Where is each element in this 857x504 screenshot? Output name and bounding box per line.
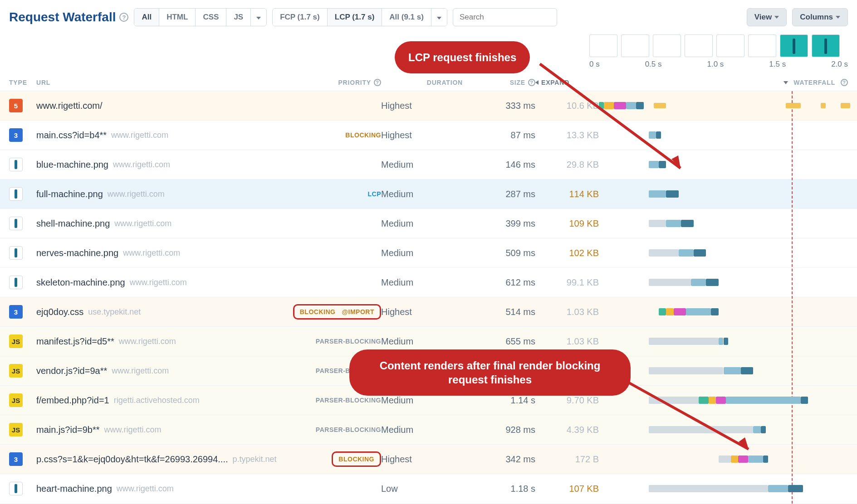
request-row[interactable]: skeleton-machine.pngwww.rigetti.comMediu… [0,268,857,297]
search-input[interactable] [453,8,557,26]
priority-value: Highest [381,130,463,141]
waterfall-cell[interactable] [599,363,848,379]
header-type[interactable]: TYPE [9,79,36,86]
url-cell: main.css?id=b4**www.rigetti.com [36,130,290,141]
bar-gap [786,103,801,108]
waterfall-cell[interactable] [599,304,848,320]
metric-all[interactable]: All (9.1 s) [382,9,431,26]
filmstrip-frame[interactable] [812,34,840,57]
chevron-down-icon [256,17,261,19]
header-size[interactable]: SIZE? [463,79,535,86]
request-row[interactable]: blue-machine.pngwww.rigetti.comMedium146… [0,150,857,179]
help-icon[interactable]: ? [119,13,128,22]
priority-value: Medium [381,248,463,258]
waterfall-cell[interactable] [599,215,848,232]
annotation-arrow [540,64,694,182]
priority-value: Highest [381,307,463,317]
filmstrip-frame[interactable] [621,34,649,57]
bar-ttfb [691,279,706,286]
waterfall-cell[interactable] [599,333,848,349]
lcp-marker-line [792,91,793,504]
priority-value: Medium [381,160,463,170]
css-icon: 3 [9,305,23,319]
bar-wait [649,279,691,286]
tag-blocking: BLOCKING [345,131,381,139]
filmstrip-frame[interactable] [748,34,776,57]
request-list: LCP request finishes Content renders aft… [0,91,857,504]
priority-value: Medium [381,277,463,288]
request-row[interactable]: 3ejq0doy.cssuse.typekit.netBLOCKING@IMPO… [0,297,857,327]
tags: PARSER-BLOCKING [316,426,381,433]
highlighted-tag-box: BLOCKING [332,451,381,467]
url-cell: full-machine.pngwww.rigetti.com [36,189,290,199]
priority-value: Medium [381,336,463,347]
url-cell: heart-machine.pngwww.rigetti.com [36,484,290,494]
request-row[interactable]: 3main.css?id=b4**www.rigetti.comBLOCKING… [0,121,857,150]
help-icon[interactable]: ? [528,79,535,86]
tag-blocking: BLOCKING [300,308,336,315]
filter-js[interactable]: JS [226,9,251,26]
tag-parser: PARSER-BLOCKING [316,397,381,404]
view-button[interactable]: View [747,8,787,26]
duration-value: 399 ms [463,218,535,229]
priority-value: Medium [381,218,463,229]
css-icon: 3 [9,128,23,142]
bar-ttfb [719,338,724,345]
duration-value: 287 ms [463,189,535,199]
size-value: 1.03 KB [535,336,599,347]
duration-value: 1.14 s [463,395,535,406]
request-row[interactable]: heart-machine.pngwww.rigetti.comLow1.18 … [0,474,857,504]
bar-dl [801,397,808,404]
filmstrip-frame[interactable] [589,34,617,57]
chevron-down-icon [836,16,840,19]
priority-value: Medium [381,395,463,406]
bar-gap [841,103,851,108]
html-icon: 5 [9,99,23,112]
img-icon [9,482,23,495]
js-icon: JS [9,393,23,407]
request-row[interactable]: shell-machine.pngwww.rigetti.comMedium39… [0,209,857,238]
request-row[interactable]: nerves-machine.pngwww.rigetti.comMedium5… [0,238,857,268]
bar-dl [788,485,803,492]
filter-css[interactable]: CSS [196,9,226,26]
metric-lcp[interactable]: LCP (1.7 s) [328,9,382,26]
header-url[interactable]: URL [36,79,290,86]
tag-import: @IMPORT [342,308,374,315]
bar-wait [649,249,679,257]
bar-dl [666,190,678,198]
priority-value: Highest [381,454,463,465]
bar-dl [711,308,718,315]
request-row[interactable]: 5www.rigetti.com/Highest333 ms10.6 KB [0,91,857,121]
tags: BLOCKING [332,451,381,467]
waterfall-cell[interactable] [599,186,848,202]
filmstrip-frame[interactable] [716,34,744,57]
img-icon [9,276,23,289]
metric-fcp[interactable]: FCP (1.7 s) [273,9,328,26]
highlighted-tag-box: BLOCKING@IMPORT [293,304,381,320]
waterfall-cell[interactable] [599,274,848,291]
columns-button[interactable]: Columns [792,8,848,26]
filter-more[interactable] [251,9,266,26]
waterfall-cell[interactable] [599,480,848,497]
url-cell: blue-machine.pngwww.rigetti.com [36,160,290,170]
help-icon[interactable]: ? [374,79,381,86]
header-duration[interactable]: DURATION [381,79,463,86]
bar-dl [694,249,706,257]
filter-all[interactable]: All [134,9,159,26]
filmstrip-frame[interactable] [780,34,808,57]
url-cell: skeleton-machine.pngwww.rigetti.com [36,277,290,288]
filter-html[interactable]: HTML [159,9,196,26]
header-priority[interactable]: PRIORITY? [290,79,381,86]
priority-value: Highest [381,101,463,111]
img-icon [9,246,23,260]
tags: LCP [368,190,382,198]
waterfall-cell[interactable] [599,245,848,261]
request-row[interactable]: full-machine.pngwww.rigetti.comLCPMedium… [0,179,857,209]
bar-wait [649,338,719,345]
css-icon: 3 [9,452,23,466]
bar-dns [659,308,666,315]
help-icon[interactable]: ? [841,79,848,86]
filmstrip-frame[interactable] [685,34,713,57]
metric-more[interactable] [431,9,447,26]
filmstrip-frame[interactable] [653,34,681,57]
